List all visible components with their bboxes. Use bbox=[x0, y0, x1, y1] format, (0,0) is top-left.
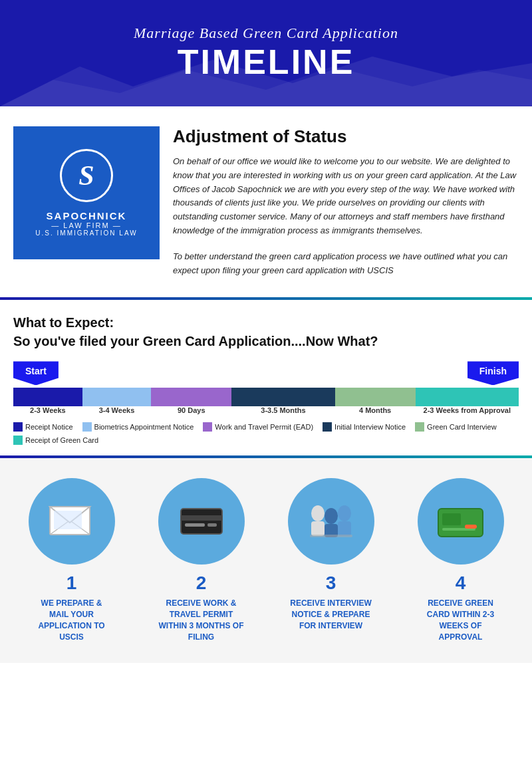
start-button: Start bbox=[13, 361, 59, 385]
aos-section: S SAPOCHNICK — LAW FIRM — U.S. IMMIGRATI… bbox=[0, 106, 532, 297]
legend-color-2 bbox=[203, 422, 212, 432]
step-number-1: 1 bbox=[66, 573, 77, 594]
legend-label-2: Work and Travel Permit (EAD) bbox=[215, 423, 313, 431]
expect-section: What to Expect: So you've filed your Gre… bbox=[0, 300, 532, 455]
legend-item-2: Work and Travel Permit (EAD) bbox=[203, 422, 313, 432]
aos-text: Adjustment of Status On behalf of our of… bbox=[173, 126, 519, 277]
step-number-3: 3 bbox=[326, 573, 336, 594]
svg-rect-9 bbox=[185, 523, 205, 527]
svg-rect-14 bbox=[338, 521, 351, 536]
step-item-4: 4RECEIVE GREEN CARD WITHIN 2-3 WEEKS OF … bbox=[408, 478, 514, 642]
timeline-segment-0 bbox=[13, 388, 82, 406]
timeline-label-1: 3-4 Weeks bbox=[82, 406, 152, 414]
svg-rect-21 bbox=[465, 525, 477, 529]
svg-rect-12 bbox=[311, 521, 325, 536]
aos-title: Adjustment of Status bbox=[173, 126, 519, 147]
timeline-segment-1 bbox=[82, 388, 152, 406]
timeline-label-0: 2-3 Weeks bbox=[13, 406, 82, 414]
svg-rect-10 bbox=[207, 523, 217, 527]
timeline-segment-4 bbox=[335, 388, 416, 406]
step-icon-circle-3 bbox=[288, 478, 374, 565]
svg-point-11 bbox=[311, 505, 325, 521]
legend-label-4: Green Card Interview bbox=[427, 423, 497, 431]
legend-item-0: Receipt Notice bbox=[13, 422, 73, 432]
legend-color-4 bbox=[415, 422, 424, 432]
step-text-4: RECEIVE GREEN CARD WITHIN 2-3 WEEKS OF A… bbox=[427, 598, 494, 642]
expect-title: What to Expect: So you've filed your Gre… bbox=[13, 313, 519, 350]
step-text-3: RECEIVE INTERVIEW NOTICE & PREPARE FOR I… bbox=[290, 598, 371, 631]
timeline-label-5: 2-3 Weeks from Approval bbox=[416, 406, 519, 414]
step-item-1: 1WE PREPARE & MAIL YOUR APPLICATION TO U… bbox=[19, 478, 125, 642]
legend-item-5: Receipt of Green Card bbox=[13, 436, 98, 445]
step-text-1: WE PREPARE & MAIL YOUR APPLICATION TO US… bbox=[38, 598, 104, 642]
timeline-labels: 2-3 Weeks3-4 Weeks90 Days3-3.5 Months4 M… bbox=[13, 406, 519, 414]
logo-box: S SAPOCHNICK — LAW FIRM — U.S. IMMIGRATI… bbox=[13, 126, 160, 259]
step-number-2: 2 bbox=[196, 573, 207, 594]
legend-color-0 bbox=[13, 422, 23, 432]
aos-body2: To better understand the green card appl… bbox=[173, 250, 519, 278]
timeline-segment-5 bbox=[416, 388, 519, 406]
legend-label-0: Receipt Notice bbox=[25, 423, 73, 431]
legend-item-1: Biometrics Appointment Notice bbox=[82, 422, 194, 432]
legend-color-3 bbox=[323, 422, 332, 432]
step-icon-circle-4 bbox=[418, 478, 504, 565]
svg-rect-19 bbox=[442, 513, 461, 525]
timeline-bar bbox=[13, 388, 519, 406]
logo-sub: U.S. IMMIGRATION LAW bbox=[35, 229, 137, 237]
legend-label-1: Biometrics Appointment Notice bbox=[94, 423, 194, 431]
legend-color-5 bbox=[13, 436, 23, 445]
logo-firm: — LAW FIRM — bbox=[51, 221, 121, 229]
logo-name: SAPOCHNICK bbox=[47, 210, 127, 221]
timeline-label-2: 90 Days bbox=[151, 406, 231, 414]
legend-color-1 bbox=[82, 422, 92, 432]
legend-label-5: Receipt of Green Card bbox=[25, 436, 98, 444]
timeline-segment-2 bbox=[151, 388, 231, 406]
legend-item-4: Green Card Interview bbox=[415, 422, 497, 432]
steps-section: 1WE PREPARE & MAIL YOUR APPLICATION TO U… bbox=[0, 458, 532, 662]
timeline-label-3: 3-3.5 Months bbox=[231, 406, 334, 414]
svg-rect-8 bbox=[181, 515, 222, 521]
header-section: Marriage Based Green Card Application TI… bbox=[0, 0, 532, 106]
step-icon-circle-2 bbox=[158, 478, 245, 565]
timeline-segment-3 bbox=[231, 388, 334, 406]
svg-rect-6 bbox=[54, 511, 82, 529]
aos-body1: On behalf of our office we would like to… bbox=[173, 155, 519, 238]
logo-circle: S bbox=[60, 149, 113, 202]
svg-point-13 bbox=[338, 505, 351, 521]
finish-button: Finish bbox=[467, 361, 519, 385]
step-item-3: 3RECEIVE INTERVIEW NOTICE & PREPARE FOR … bbox=[278, 478, 384, 642]
svg-rect-17 bbox=[310, 535, 352, 537]
sf-row: Start Finish bbox=[13, 361, 519, 385]
logo-letter: S bbox=[78, 160, 94, 192]
step-item-2: 2RECEIVE WORK & TRAVEL PERMIT WITHIN 3 M… bbox=[148, 478, 255, 642]
svg-rect-7 bbox=[181, 509, 222, 534]
svg-point-15 bbox=[325, 508, 338, 524]
step-number-4: 4 bbox=[456, 573, 466, 594]
legend-item-3: Initial Interview Notice bbox=[323, 422, 406, 432]
timeline-legend: Receipt NoticeBiometrics Appointment Not… bbox=[13, 422, 519, 445]
step-text-2: RECEIVE WORK & TRAVEL PERMIT WITHIN 3 MO… bbox=[159, 598, 244, 642]
header-title: TIMELINE bbox=[178, 42, 355, 82]
header-subtitle: Marriage Based Green Card Application bbox=[134, 25, 398, 42]
timeline-label-4: 4 Months bbox=[335, 406, 416, 414]
legend-label-3: Initial Interview Notice bbox=[334, 423, 406, 431]
step-icon-circle-1 bbox=[29, 478, 115, 565]
